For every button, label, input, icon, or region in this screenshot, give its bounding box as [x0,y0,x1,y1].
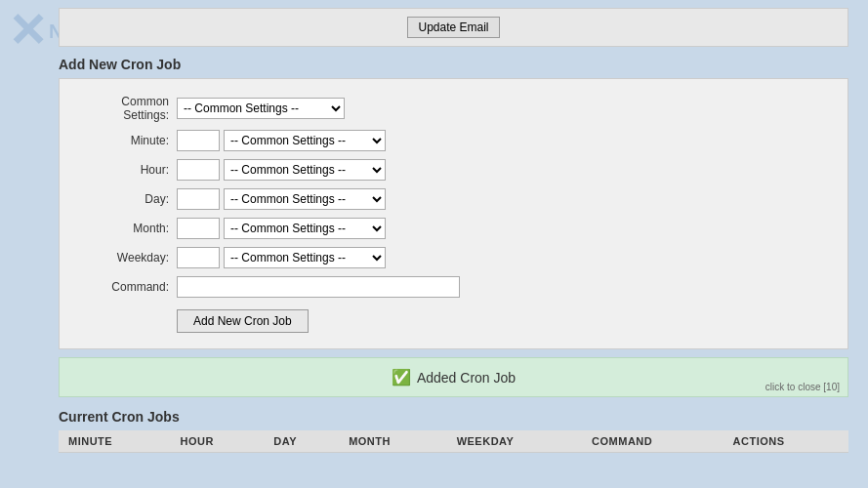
command-text-input[interactable] [177,276,460,298]
minute-control: -- Common Settings -- [177,130,386,151]
command-label: Command: [79,280,177,294]
col-month: Month [339,430,446,453]
common-settings-dropdown[interactable]: -- Common Settings -- [177,98,345,119]
weekday-control: -- Common Settings -- [177,247,386,268]
col-day: Day [264,430,339,453]
table-header-row: Minute Hour Day Month Weekday Command Ac… [59,430,848,453]
day-row: Day: -- Common Settings -- [79,188,828,210]
minute-label: Minute: [79,134,177,147]
col-weekday: Weekday [447,430,582,453]
success-bar[interactable]: ✅ Added Cron Job click to close [10] [59,357,848,397]
month-text-input[interactable] [177,218,220,239]
update-email-button[interactable]: Update Email [407,17,499,38]
month-row: Month: -- Common Settings -- [79,218,828,239]
section-title-add-cron: Add New Cron Job [59,57,848,72]
day-dropdown[interactable]: -- Common Settings -- [224,188,386,210]
minute-row: Minute: -- Common Settings -- [79,130,828,151]
month-control: -- Common Settings -- [177,218,386,239]
minute-text-input[interactable] [177,130,220,151]
hour-dropdown[interactable]: -- Common Settings -- [224,159,386,181]
command-row: Command: [79,276,828,298]
day-control: -- Common Settings -- [177,188,386,210]
add-cron-job-panel: Common Settings: -- Common Settings -- M… [59,78,848,349]
common-settings-label: Common Settings: [79,95,177,122]
weekday-dropdown[interactable]: -- Common Settings -- [224,247,386,268]
col-actions: Actions [723,430,848,453]
update-email-section: Update Email [59,8,848,47]
col-command: Command [582,430,723,453]
click-to-close-text[interactable]: click to close [10] [765,382,840,392]
success-content: ✅ Added Cron Job [71,368,836,386]
col-minute: Minute [59,430,171,453]
success-check-icon: ✅ [392,368,411,386]
success-message-text: Added Cron Job [417,370,516,386]
submit-row: Add New Cron Job [79,305,828,333]
common-settings-row: Common Settings: -- Common Settings -- [79,95,828,122]
hour-label: Hour: [79,163,177,177]
cron-jobs-table: Minute Hour Day Month Weekday Command Ac… [59,430,848,453]
hour-text-input[interactable] [177,159,220,181]
col-hour: Hour [171,430,265,453]
day-label: Day: [79,192,177,206]
day-text-input[interactable] [177,188,220,210]
add-cron-job-button[interactable]: Add New Cron Job [177,309,309,333]
common-settings-control: -- Common Settings -- [177,98,345,119]
month-label: Month: [79,222,177,235]
command-control [177,276,460,298]
weekday-label: Weekday: [79,251,177,264]
hour-control: -- Common Settings -- [177,159,386,181]
weekday-text-input[interactable] [177,247,220,268]
hour-row: Hour: -- Common Settings -- [79,159,828,181]
month-dropdown[interactable]: -- Common Settings -- [224,218,386,239]
weekday-row: Weekday: -- Common Settings -- [79,247,828,268]
minute-dropdown[interactable]: -- Common Settings -- [224,130,386,151]
current-cron-jobs-title: Current Cron Jobs [59,409,848,425]
